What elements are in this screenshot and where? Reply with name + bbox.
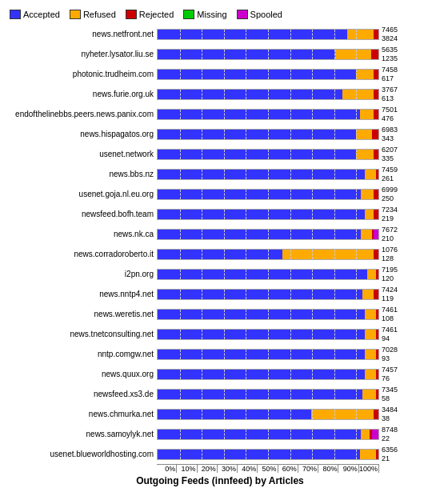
chart-row: newsfeed.xs3.de734558 [6,384,434,404]
bar-wrapper [157,209,379,220]
seg-rejected [376,390,378,399]
row-values: 7501476 [379,106,434,123]
seg-rejected [376,270,378,279]
row-values: 635621 [379,446,434,463]
chart-row: news.weretis.net7461108 [6,304,434,324]
row-values: 1076128 [379,246,434,263]
seg-rejected [371,50,378,59]
row-label: endofthelinebbs.peers.news.panix.com [6,110,157,118]
x-tick: 80% [318,465,338,473]
chart-row: photonic.trudheim.com7458617 [6,64,434,84]
row-values: 74653824 [379,26,434,43]
row-label: news.quux.org [6,370,157,378]
seg-refused [365,210,374,219]
row-values: 6983343 [379,126,434,143]
chart-row: news.bbs.nz7459261 [6,164,434,184]
seg-accepted [158,230,361,239]
bar-wrapper [157,349,379,360]
row-values: 6999250 [379,186,434,203]
x-tick: 70% [298,465,318,473]
row-label: news.bbs.nz [6,170,157,178]
seg-refused [311,410,374,419]
row-values: 874822 [379,426,434,443]
row-label: nntp.comgw.net [6,350,157,358]
seg-accepted [158,270,367,279]
x-axis: 0%10%20%30%40%50%60%70%80%90%100% [157,464,379,473]
row-label: photonic.trudheim.com [6,70,157,78]
row-values: 7424119 [379,286,434,303]
seg-rejected [376,450,378,459]
seg-refused [362,290,374,299]
row-values: 7458617 [379,66,434,83]
x-tick: 10% [177,465,197,473]
bar-wrapper [157,269,379,280]
legend-item: Missing [183,10,226,19]
seg-refused [365,350,376,359]
bar-wrapper [157,449,379,460]
row-values: 6207335 [379,146,434,163]
chart-row: news.quux.org745776 [6,364,434,384]
row-label: news.nntp4.net [6,290,157,298]
chart-container: AcceptedRefusedRejectedMissingSpoolednew… [0,0,440,504]
legend-label: Refused [83,10,116,19]
seg-accepted [158,290,362,299]
row-label: news.tnetconsulting.net [6,330,157,338]
seg-rejected [374,210,378,219]
x-tick: 30% [218,465,238,473]
legend-color [10,10,21,19]
seg-refused [360,450,376,459]
row-label: nyheter.lysator.liu.se [6,50,157,58]
seg-refused [282,250,374,259]
bar-wrapper [157,229,379,240]
bar-wrapper [157,189,379,200]
bar-wrapper [157,429,379,440]
seg-rejected [374,70,378,79]
row-values: 56351235 [379,46,434,63]
chart-row: news.hispagatos.org6983343 [6,124,434,144]
row-label: i2pn.org [6,270,157,278]
legend-item: Accepted [10,10,60,19]
legend-label: Missing [197,10,226,19]
row-label: usenet.network [6,150,157,158]
row-label: news.corradoroberto.it [6,250,157,258]
bar-wrapper [157,309,379,320]
seg-rejected [374,30,378,39]
seg-rejected [374,410,378,419]
chart-row: news.nntp4.net7424119 [6,284,434,304]
chart-row: newsfeed.bofh.team7234219 [6,204,434,224]
seg-accepted [158,410,311,419]
bar-wrapper [157,409,379,420]
seg-rejected [374,190,378,199]
legend-color [183,10,194,19]
seg-refused [365,330,376,339]
x-tick: 90% [338,465,358,473]
bar-wrapper [157,109,379,120]
seg-rejected [376,310,378,319]
row-values: 7234219 [379,206,434,223]
x-tick: 40% [238,465,258,473]
bar-wrapper [157,69,379,80]
seg-accepted [158,90,342,99]
seg-refused [365,370,376,379]
seg-rejected [372,130,378,139]
row-values: 702893 [379,346,434,363]
bar-wrapper [157,149,379,160]
bar-wrapper [157,129,379,140]
legend: AcceptedRefusedRejectedMissingSpooled [3,6,437,24]
row-label: newsfeed.bofh.team [6,210,157,218]
row-values: 7461108 [379,306,434,323]
legend-color [70,10,81,19]
row-values: 734558 [379,386,434,403]
chart-row: news.nk.ca7672210 [6,224,434,244]
row-values: 745776 [379,366,434,383]
seg-refused [347,30,374,39]
bar-wrapper [157,29,379,40]
chart-row: news.netfront.net74653824 [6,24,434,44]
seg-refused [361,230,372,239]
chart-row: usenet.goja.nl.eu.org6999250 [6,184,434,204]
seg-rejected [374,290,378,299]
seg-refused [356,150,374,159]
x-tick: 60% [278,465,298,473]
seg-rejected [374,110,378,119]
seg-rejected [376,330,378,339]
